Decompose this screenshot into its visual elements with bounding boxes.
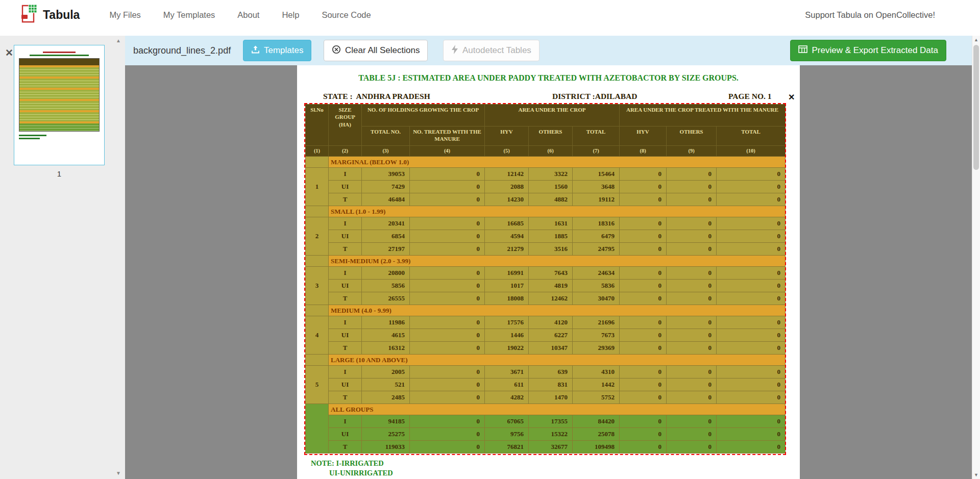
brand-name: Tabula [43,8,80,22]
thumb-table-preview [19,58,100,132]
pdf-title: TABLE 5J : ESTIMATED AREA UNDER PADDY TR… [297,73,800,83]
thumb-title-line [30,55,89,56]
state-value: ANDHRA PRADESH [356,92,430,100]
document-area: TABLE 5J : ESTIMATED AREA UNDER PADDY TR… [125,65,972,479]
pages-sidebar: ✕ 1 ▲ ▼ [0,36,125,479]
nav-my-files[interactable]: My Files [98,10,152,20]
export-button-label: Preview & Export Extracted Data [812,45,938,56]
nav-my-templates[interactable]: My Templates [152,10,226,20]
nav-source-code[interactable]: Source Code [310,10,382,20]
clear-selections-label: Clear All Selections [345,45,420,56]
page-number-label: 1 [14,169,105,178]
thumb-note-line [19,138,40,139]
sidebar-scroll-down-icon[interactable]: ▼ [116,470,121,476]
nav-menu: My Files My Templates About Help Source … [98,10,382,20]
pdf-note-line2: UI-UNIRRIGATED [329,469,393,477]
remove-file-button[interactable]: ✕ [5,47,13,59]
nav-help[interactable]: Help [271,10,310,20]
nav-about[interactable]: About [226,10,271,20]
circle-x-icon [332,45,341,57]
toolbar: background_lines_2.pdf Templates Clear A… [125,36,972,65]
pdf-district-line: DISTRICT :ADILABAD [552,92,637,101]
page-thumbnail[interactable] [14,45,105,165]
autodetect-tables-button[interactable]: Autodetect Tables [443,40,540,61]
lightning-icon [451,45,458,57]
templates-button[interactable]: Templates [243,40,311,61]
state-label: STATE : [323,92,353,100]
selection-box[interactable] [304,103,786,455]
scrollbar-up-icon[interactable]: ▲ [972,37,980,42]
district-value: ADILABAD [595,92,638,100]
pdf-state-line: STATE :ANDHRA PRADESH [323,92,430,101]
selection-delete-button[interactable]: ✕ [788,92,795,102]
scrollbar-thumb[interactable] [973,45,979,170]
pdf-page: TABLE 5J : ESTIMATED AREA UNDER PADDY TR… [297,65,800,479]
thumb-note-line [19,135,46,136]
export-button[interactable]: Preview & Export Extracted Data [790,40,946,61]
table-icon [798,45,807,56]
navbar: Tabula My Files My Templates About Help … [0,0,980,30]
scrollbar-down-icon[interactable]: ▼ [972,472,980,477]
vertical-scrollbar[interactable]: ▲ ▼ [972,36,980,479]
navbar-spacer [0,30,980,36]
autodetect-tables-label: Autodetect Tables [462,45,531,56]
thumb-title-line [43,52,75,53]
clear-selections-button[interactable]: Clear All Selections [324,40,428,61]
tabula-logo-icon [19,4,38,26]
filename-label: background_lines_2.pdf [133,45,231,56]
templates-button-label: Templates [264,45,303,56]
pdf-note-line1: NOTE: I-IRRIGATED [311,459,384,468]
pdf-page-no-line: PAGE NO. 1 [728,92,772,101]
brand[interactable]: Tabula [19,4,80,26]
district-label: DISTRICT : [552,92,595,100]
upload-icon [251,45,260,56]
support-link[interactable]: Support Tabula on OpenCollective! [805,10,935,20]
sidebar-scroll-up-icon[interactable]: ▲ [116,38,121,43]
